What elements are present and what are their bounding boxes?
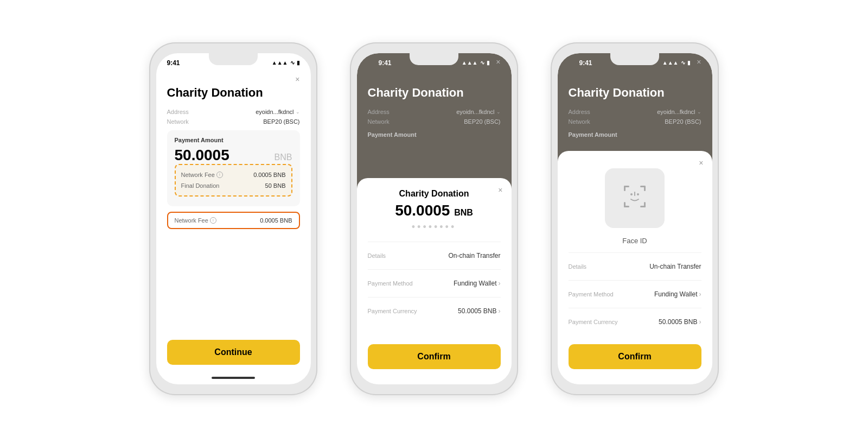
phone-1-amount: 50.0005 — [175, 147, 229, 164]
phone-2-modal: × Charity Donation 50.0005 BNB •••••••• … — [357, 178, 512, 384]
phone-2-modal-close[interactable]: × — [498, 186, 502, 194]
phone-1-time: 9:41 — [167, 59, 180, 67]
battery-icon-3: ▮ — [687, 60, 691, 66]
phone-1-orange-border-row: Network Fee i 0.0005 BNB — [167, 212, 300, 229]
wifi-icon-2: ∿ — [480, 60, 484, 66]
wifi-icon: ∿ — [290, 60, 295, 66]
svg-point-9 — [637, 193, 639, 195]
phone-3-currency-row: Payment Currency 50.0005 BNB › — [569, 314, 701, 330]
address-chevron-icon-2: ⌄ — [496, 109, 501, 115]
phone-2-divider-2 — [368, 269, 501, 270]
info-circle-icon: i — [216, 172, 223, 178]
phone-3-network-label: Network — [569, 118, 590, 125]
face-id-icon — [623, 185, 647, 212]
svg-rect-5 — [624, 202, 626, 207]
phone-2-dark-overlay: 9:41 ▲▲▲ ∿ ▮ × Charity Donation Address … — [357, 53, 512, 194]
phone-2-network-label: Network — [368, 118, 390, 125]
phone-2-method-label: Payment Method — [368, 280, 413, 287]
signal-icon-2: ▲▲▲ — [462, 60, 478, 66]
phone-3-network-row: Network BEP20 (BSC) — [569, 118, 701, 125]
phone-3-method-row: Payment Method Funding Wallet › — [569, 286, 701, 302]
phone-2-currency-row: Payment Currency 50.0005 BNB › — [368, 303, 501, 319]
phone-2-payment-section-label: Payment Amount — [368, 131, 501, 138]
phone-2-confirm-button[interactable]: Confirm — [368, 344, 501, 369]
currency-chevron-icon: › — [499, 307, 501, 315]
phone-1-screen: 9:41 ▲▲▲ ∿ ▮ × Charity Donation Address … — [156, 53, 311, 384]
phone-3-details-row: Details Un-chain Transfer — [569, 258, 701, 275]
phone-3-title: Charity Donation — [569, 86, 701, 100]
svg-rect-3 — [644, 186, 646, 191]
phone-2-close-overlay[interactable]: × — [496, 58, 500, 66]
battery-icon: ▮ — [297, 60, 300, 66]
phone-3-details-label: Details — [569, 263, 587, 270]
phone-2-method-row: Payment Method Funding Wallet › — [368, 275, 501, 292]
phone-1-title: Charity Donation — [167, 86, 300, 100]
phone-1-close[interactable]: × — [295, 75, 299, 84]
phone-1-network-fee-label: Network Fee i — [181, 172, 223, 178]
phone-1-status-icons: ▲▲▲ ∿ ▮ — [272, 60, 300, 66]
phone-3-currency-label: Payment Currency — [569, 319, 618, 325]
phone-1-network-label: Network — [167, 118, 189, 125]
phone-1-outer-fee-value: 0.0005 BNB — [260, 217, 292, 224]
phone-1-currency: BNB — [275, 153, 292, 162]
phone-3-modal-close[interactable]: × — [699, 159, 703, 167]
phone-1-outer-fee-label: Network Fee i — [175, 217, 216, 224]
phone-1-notch — [209, 53, 258, 65]
phone-3-modal: × — [558, 151, 712, 384]
phone-3-notch — [610, 53, 659, 65]
phone-1-network-fee-value: 0.0005 BNB — [253, 172, 285, 178]
phone-2-details-label: Details — [368, 252, 386, 259]
phone-3-divider-2 — [569, 280, 701, 281]
svg-rect-7 — [644, 202, 646, 207]
phone-1-continue-button[interactable]: Continue — [167, 340, 300, 365]
phone-3-screen: 9:41 ▲▲▲ ∿ ▮ × Charity Donation Address … — [558, 53, 712, 384]
phone-3-address-value: eyoidn...fkdncl ⌄ — [657, 109, 701, 115]
face-id-box — [605, 168, 665, 228]
phone-3-confirm-button[interactable]: Confirm — [569, 344, 701, 369]
phone-2-modal-dots: •••••••• — [368, 221, 501, 233]
phone-1-donation-value: 50 BNB — [265, 182, 286, 189]
phone-1-donation-label: Final Donation — [181, 182, 220, 189]
phone-1-network-value: BEP20 (BSC) — [263, 118, 299, 125]
phone-2-currency-label: Payment Currency — [368, 308, 417, 314]
phone-2-modal-amount: 50.0005 BNB — [368, 202, 501, 219]
phone-3-address-label: Address — [569, 109, 590, 115]
phone-1-payment-box: Payment Amount 50.0005 BNB Network Fee i… — [167, 130, 300, 206]
phone-3-method-label: Payment Method — [569, 291, 614, 297]
phone-1-donation-row: Final Donation 50 BNB — [181, 180, 286, 191]
currency-chevron-icon-3: › — [699, 318, 701, 326]
phone-1-address-row: Address eyoidn...fkdncl ⌄ — [167, 109, 300, 115]
phone-2-details-value: On-chain Transfer — [448, 252, 500, 259]
phone-2-network-row: Network BEP20 (BSC) — [368, 118, 501, 125]
phone-3-time: 9:41 — [579, 59, 592, 67]
phone-1-address-value: eyoidn...fkdncl ⌄ — [256, 109, 299, 115]
phone-1-network-fee-row: Network Fee i 0.0005 BNB — [181, 169, 286, 180]
phone-2-address-value: eyoidn...fkdncl ⌄ — [456, 109, 500, 115]
info-circle-2-icon: i — [210, 217, 216, 224]
phone-3-divider-3 — [569, 308, 701, 308]
phone-2-currency-value: 50.0005 BNB › — [458, 307, 500, 315]
svg-point-8 — [630, 193, 633, 195]
phone-2-address-row: Address eyoidn...fkdncl ⌄ — [368, 109, 501, 115]
phone-2-divider-1 — [368, 242, 501, 242]
battery-icon-2: ▮ — [487, 60, 490, 66]
phone-2-notch — [410, 53, 458, 65]
phone-1-amount-row: 50.0005 BNB — [175, 147, 292, 164]
phone-2-screen: 9:41 ▲▲▲ ∿ ▮ × Charity Donation Address … — [357, 53, 512, 384]
phone-2-details-row: Details On-chain Transfer — [368, 248, 501, 264]
phone-1-orange-highlight: Network Fee i 0.0005 BNB Final Donation … — [175, 164, 292, 197]
phone-3-address-row: Address eyoidn...fkdncl ⌄ — [569, 109, 701, 115]
phone-2: 9:41 ▲▲▲ ∿ ▮ × Charity Donation Address … — [350, 42, 518, 395]
method-chevron-icon: › — [499, 280, 501, 287]
phone-3-details-value: Un-chain Transfer — [649, 263, 701, 270]
phone-3-close-overlay[interactable]: × — [697, 58, 701, 66]
phone-1-content: × Charity Donation Address eyoidn...fkdn… — [156, 71, 311, 384]
phone-2-divider-3 — [368, 297, 501, 297]
phone-2-time: 9:41 — [379, 59, 392, 67]
phone-2-network-value: BEP20 (BSC) — [464, 118, 500, 125]
face-id-label: Face ID — [569, 237, 701, 245]
phone-2-title: Charity Donation — [368, 86, 501, 100]
phone-3-divider-1 — [569, 252, 701, 253]
phone-1-network-row: Network BEP20 (BSC) — [167, 118, 300, 125]
phone-3-currency-value: 50.0005 BNB › — [659, 318, 701, 326]
